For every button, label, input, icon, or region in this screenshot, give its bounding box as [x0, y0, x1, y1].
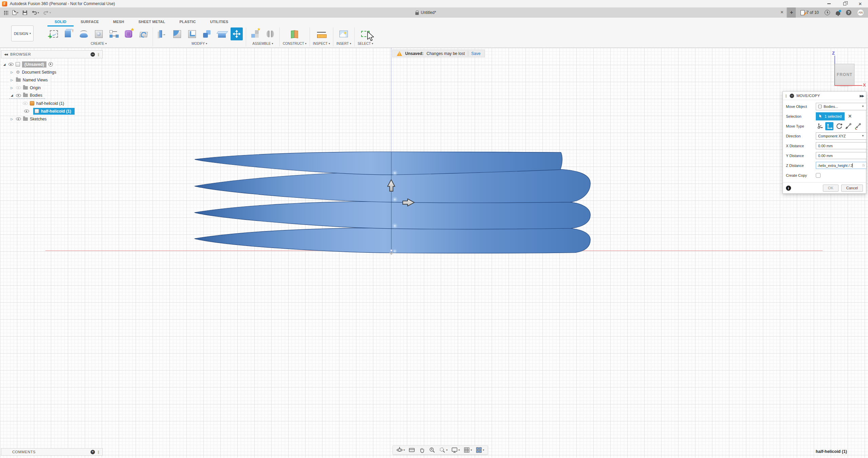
tree-item-sketches[interactable]: ▷ Sketches [1, 115, 103, 123]
collapse-panel-icon[interactable]: ◀◀ [4, 53, 7, 56]
expanded-caret-icon[interactable]: ◢ [10, 94, 14, 97]
save-link[interactable]: Save [471, 51, 480, 56]
move-copy-icon[interactable] [231, 27, 243, 40]
tab-plastic[interactable]: PLASTIC [172, 18, 203, 26]
close-button[interactable]: ✕ [852, 0, 868, 7]
ok-button[interactable]: OK [823, 185, 839, 192]
comments-header[interactable]: COMMENTS + ∥ [1, 448, 103, 456]
create-form-icon[interactable] [122, 27, 135, 40]
move-type-translate-icon[interactable] [825, 122, 833, 130]
dialog-collapse-icon[interactable]: – [790, 94, 794, 98]
tab-utilities[interactable]: UTILITIES [203, 18, 236, 26]
redo-button[interactable]: ▾ [43, 10, 51, 15]
tab-solid[interactable]: SOLID [47, 18, 74, 26]
viewports-button[interactable]: ▾ [476, 447, 484, 453]
visibility-eye-off-icon[interactable] [16, 86, 21, 89]
tree-item-named-views[interactable]: ▷ Named Views [1, 76, 103, 84]
collapsed-caret-icon[interactable]: ▷ [10, 117, 14, 121]
split-body-icon[interactable] [216, 27, 228, 40]
app-launcher-icon[interactable] [3, 10, 8, 15]
visibility-eye-icon[interactable] [16, 117, 21, 120]
revolve-icon[interactable] [78, 27, 90, 40]
panel-grip[interactable]: ∥ [98, 450, 100, 454]
collapsed-caret-icon[interactable]: ▷ [10, 78, 14, 82]
dialog-grip[interactable]: ∥ [785, 94, 787, 98]
visibility-eye-icon[interactable] [8, 63, 14, 66]
collapsed-caret-icon[interactable]: ▷ [10, 71, 14, 74]
undo-button[interactable]: ▾ [32, 10, 39, 15]
new-document-tab-button[interactable]: + [787, 7, 796, 18]
file-menu-button[interactable]: ▾ [13, 10, 18, 15]
move-type-free-move-icon[interactable] [816, 122, 824, 130]
browser-header[interactable]: ◀◀ BROWSER – ∥ [1, 50, 103, 58]
document-tab-close-icon[interactable]: ✕ [780, 10, 784, 15]
clear-selection-icon[interactable]: ✕ [848, 114, 852, 119]
combine-icon[interactable] [201, 27, 213, 40]
extrude-icon[interactable] [63, 27, 75, 40]
cancel-button[interactable]: Cancel [841, 185, 863, 192]
viewcube-front-face[interactable]: FRONT [835, 64, 854, 85]
viewport-canvas[interactable]: ◀◀ BROWSER – ∥ ◢ (Unsaved) ▷ ⚙ Document … [0, 48, 868, 458]
visibility-eye-icon[interactable] [24, 110, 29, 113]
expand-panel-icon[interactable]: + [91, 450, 95, 454]
job-status-icon[interactable] [825, 10, 830, 15]
grid-display-button[interactable]: ▾ [463, 447, 472, 453]
fillet-icon[interactable] [171, 27, 183, 40]
dialog-undock-icon[interactable]: ▶▶ [860, 94, 864, 98]
tab-surface[interactable]: SURFACE [74, 18, 106, 26]
tree-item-half-helicoid-hidden[interactable]: half-helicoid (1) [1, 99, 103, 107]
display-settings-button[interactable]: ▾ [451, 447, 460, 453]
create-menu[interactable]: CREATE▾ [91, 42, 107, 45]
y-distance-input[interactable] [816, 152, 867, 159]
document-limit-counter[interactable]: 7 of 10 [801, 10, 819, 15]
shell-icon[interactable] [186, 27, 198, 40]
new-component-icon[interactable] [249, 27, 261, 40]
assemble-menu[interactable]: ASSEMBLE▾ [253, 42, 273, 45]
move-type-point-to-position-icon[interactable] [854, 122, 862, 130]
z-distance-input[interactable]: -helix_extra_height / 2 fx [816, 162, 867, 169]
move-object-dropdown[interactable]: Bodies... ▼ [816, 103, 867, 110]
measure-icon[interactable] [315, 27, 328, 40]
dialog-header[interactable]: ∥ – MOVE/COPY ▶▶ [783, 92, 866, 100]
save-icon[interactable] [23, 11, 27, 15]
expanded-caret-icon[interactable]: ◢ [2, 63, 6, 66]
look-at-button[interactable] [409, 447, 415, 453]
insert-menu[interactable]: INSERT▾ [336, 42, 351, 45]
visibility-eye-icon[interactable] [16, 94, 21, 97]
notifications-bell-icon[interactable] [836, 11, 840, 15]
tree-item-document-settings[interactable]: ▷ ⚙ Document Settings [1, 68, 103, 76]
direction-dropdown[interactable]: Component XYZ ▼ [816, 132, 867, 140]
move-type-rotate-icon[interactable] [835, 122, 843, 130]
workspace-selector[interactable]: DESIGN▾ [11, 25, 34, 41]
hole-icon[interactable] [93, 27, 105, 40]
tab-mesh[interactable]: MESH [106, 18, 132, 26]
coil-icon[interactable] [137, 27, 150, 40]
tab-sheet-metal[interactable]: SHEET METAL [131, 18, 172, 26]
tree-item-origin[interactable]: ▷ Origin [1, 84, 103, 92]
tree-item-half-helicoid-selected[interactable]: half-helicoid (1) [1, 107, 103, 115]
x-distance-input[interactable] [816, 142, 867, 149]
create-sketch-icon[interactable] [48, 27, 60, 40]
visibility-eye-off-icon[interactable] [23, 102, 28, 105]
document-tab[interactable]: Untitled* ✕ [65, 7, 786, 18]
create-copy-checkbox[interactable] [816, 173, 821, 178]
zoom-window-button[interactable]: ▾ [439, 447, 448, 453]
half-helicoid-model[interactable] [0, 48, 868, 458]
modify-menu[interactable]: MODIFY▾ [192, 42, 207, 45]
tree-item-document-root[interactable]: ◢ (Unsaved) [1, 60, 103, 68]
help-icon[interactable]: ? [846, 10, 851, 15]
zoom-button[interactable] [429, 447, 435, 453]
construct-menu[interactable]: CONSTRUCT▾ [283, 42, 307, 45]
minimize-panel-icon[interactable]: – [91, 52, 95, 57]
press-pull-icon[interactable] [156, 27, 168, 40]
selection-chip[interactable]: 1 selected [816, 112, 845, 120]
avatar[interactable]: AN [857, 9, 864, 16]
info-icon[interactable]: i [786, 186, 791, 191]
restore-button[interactable] [837, 0, 852, 7]
pattern-icon[interactable] [107, 27, 120, 40]
activate-component-icon[interactable] [48, 62, 53, 66]
insert-canvas-icon[interactable] [338, 27, 350, 40]
orbit-button[interactable]: ▾ [396, 447, 405, 453]
inspect-menu[interactable]: INSPECT▾ [313, 42, 330, 45]
minimize-button[interactable] [821, 0, 837, 7]
